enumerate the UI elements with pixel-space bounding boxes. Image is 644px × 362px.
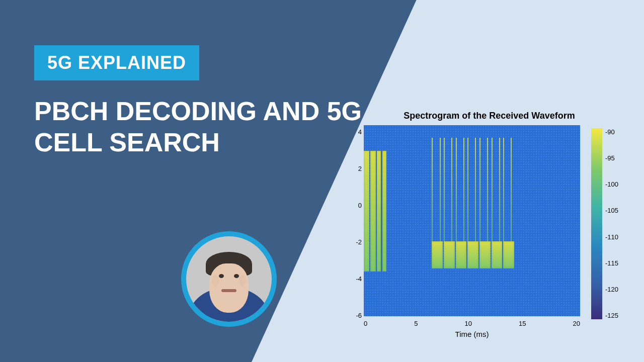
signal-block [503, 241, 514, 268]
spectrogram-plot [364, 125, 580, 316]
xtick: 15 [519, 320, 526, 327]
signal-block [370, 151, 376, 272]
x-axis-ticks: 05101520 [364, 320, 580, 327]
avatar-ear-left [212, 275, 219, 286]
signal-block [456, 241, 467, 268]
colorbar-wrap: -90-95-100-105-110-115-120-125 [591, 128, 618, 319]
spectrogram-chart: Spectrogram of the Received Waveform Fre… [350, 111, 629, 332]
xtick: 10 [465, 320, 472, 327]
avatar-ear-right [239, 275, 246, 286]
signal-line [499, 138, 500, 241]
video-title: PBCH DECODING AND 5G CELL SEARCH [34, 96, 386, 158]
colorbar-tick: -125 [605, 312, 618, 319]
presenter-avatar [181, 231, 277, 327]
signal-line [492, 138, 493, 241]
signal-block [444, 241, 455, 268]
signal-line [479, 138, 480, 241]
plot-wrap: Frequency (MHz) 420-2-4-6 -90-95-100-105… [350, 125, 629, 331]
signal-block [492, 241, 503, 268]
avatar-eye-left [219, 274, 224, 278]
signal-line [444, 138, 445, 241]
ytick: 2 [350, 165, 362, 172]
ytick: -6 [350, 312, 362, 319]
avatar-face [209, 263, 249, 313]
avatar-mouth [221, 289, 236, 292]
colorbar-tick: -110 [605, 233, 618, 241]
colorbar-tick: -100 [605, 180, 618, 188]
signal-line [503, 138, 504, 241]
xtick: 20 [573, 320, 580, 327]
noise-texture [364, 125, 580, 316]
xtick: 5 [414, 320, 418, 327]
signal-line [463, 138, 464, 241]
x-axis-label: Time (ms) [364, 330, 580, 338]
ytick: -4 [350, 275, 362, 283]
colorbar-tick: -90 [605, 128, 618, 136]
signal-line [456, 138, 457, 241]
signal-block [377, 151, 381, 272]
colorbar [591, 128, 602, 319]
signal-line [467, 138, 468, 241]
xtick: 0 [364, 320, 367, 327]
ytick: 0 [350, 202, 362, 209]
signal-block [479, 241, 491, 268]
signal-line [511, 138, 512, 241]
signal-line [475, 138, 476, 241]
colorbar-tick: -115 [605, 259, 618, 267]
series-badge: 5G EXPLAINED [34, 45, 199, 80]
ytick: -2 [350, 238, 362, 246]
signal-block [432, 241, 443, 268]
signal-line [432, 138, 433, 241]
signal-line [487, 138, 488, 241]
signal-block [364, 151, 369, 272]
signal-line [451, 138, 452, 241]
colorbar-tick: -120 [605, 286, 618, 293]
chart-title: Spectrogram of the Received Waveform [350, 111, 629, 121]
signal-block [382, 151, 387, 272]
signal-block [467, 241, 478, 268]
colorbar-tick: -95 [605, 154, 618, 162]
signal-line [440, 138, 441, 241]
colorbar-tick: -105 [605, 207, 618, 214]
colorbar-ticks: -90-95-100-105-110-115-120-125 [602, 128, 618, 319]
